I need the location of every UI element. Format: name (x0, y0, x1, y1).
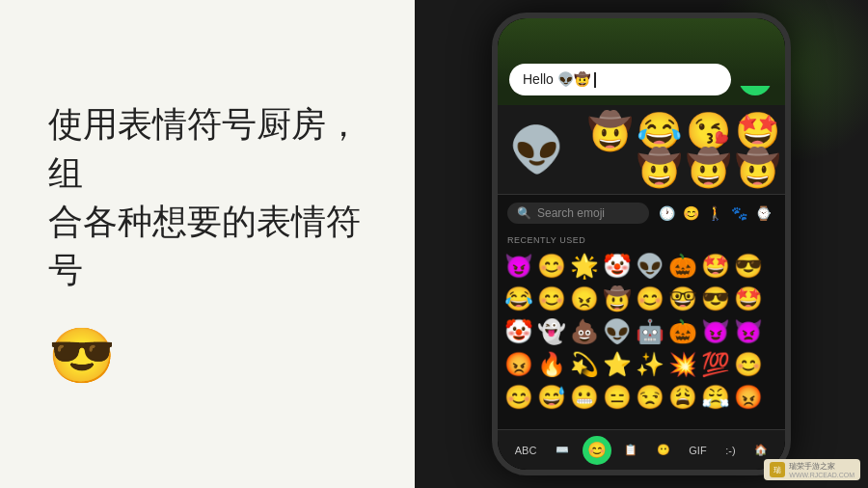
emoji-cell[interactable]: ✨ (635, 349, 665, 380)
emoji-cell[interactable]: 🤡 (602, 251, 633, 282)
send-button[interactable]: ▶ (739, 63, 772, 95)
watermark-brand: 瑞荣手游之家 (789, 461, 854, 472)
kitchen-result-3[interactable]: 😘🤠 (686, 113, 731, 186)
emoji-cell[interactable]: 😊 (503, 382, 534, 413)
search-input-area[interactable]: 🔍 Search emoji (507, 203, 649, 224)
kitchen-result-1[interactable]: 🤠 (587, 113, 633, 186)
emoji-kitchen-panel: 👽 🤠 😂🤠 😘🤠 🤩🤠 (498, 105, 785, 195)
emoji-cell[interactable]: 🌟 (569, 251, 600, 282)
face-tab[interactable]: 😊 (683, 205, 699, 221)
emoji-row-5: 😊 😅 😬 😑 😒 😩 😤 😡 (503, 382, 779, 413)
more-tab[interactable]: ⌚ (755, 205, 772, 221)
message-text: Hello 👽🤠 (523, 71, 718, 88)
emoji-tab-bar: 🕐 😊 🚶 🐾 ⌚ (655, 205, 775, 221)
emoji-cell[interactable]: 😊 (536, 251, 567, 282)
emoji-cell[interactable]: 😩 (667, 382, 698, 413)
right-panel: Hello 👽🤠 ▶ 👽 🤠 😂🤠 😘🤠 🤩🤠 (415, 0, 868, 488)
emoji-cell[interactable]: 😅 (536, 382, 567, 413)
keyboard-switch-button[interactable]: ⌨️ (550, 440, 575, 460)
emoji-cell[interactable]: 😡 (733, 382, 764, 413)
recent-tab[interactable]: 🕐 (659, 205, 675, 221)
emoji-cell[interactable]: 😡 (503, 349, 534, 380)
emoji-cell[interactable]: 😎 (733, 251, 764, 282)
emoji-cell[interactable]: 😒 (635, 382, 665, 413)
emoji-row-2: 😂 😊 😠 🤠 😊 🤓 😎 🤩 (503, 284, 779, 314)
emoji-cell[interactable]: 😊 (733, 349, 764, 380)
emoji-cell[interactable]: 😤 (700, 382, 731, 413)
emoji-cell[interactable]: 🎃 (667, 316, 698, 347)
emoji-cell[interactable]: 🤡 (503, 316, 534, 347)
search-icon: 🔍 (517, 206, 531, 220)
abc-button[interactable]: ABC (509, 441, 543, 460)
emoticon-button[interactable]: :-) (719, 441, 741, 460)
emoji-cell[interactable]: 🤠 (602, 284, 633, 314)
clipboard-button[interactable]: 📋 (618, 440, 643, 460)
emoji-cell[interactable]: 💩 (569, 316, 600, 347)
emoji-cell[interactable]: 💯 (700, 349, 731, 380)
emoji-cell[interactable]: 😈 (700, 316, 731, 347)
emoji-cell[interactable]: 😊 (536, 284, 567, 314)
decorative-emoji: 😎 (48, 324, 366, 388)
emoji-button[interactable]: 😊 (583, 436, 611, 465)
emoji-cell[interactable]: 😬 (569, 382, 600, 413)
watermark-text: 瑞荣手游之家 WWW.RJCEAD.COM (789, 461, 854, 478)
watermark-site: WWW.RJCEAD.COM (789, 472, 854, 478)
phone-screen: Hello 👽🤠 ▶ 👽 🤠 😂🤠 😘🤠 🤩🤠 (498, 18, 785, 470)
emoji-cell[interactable]: ⭐ (602, 349, 633, 380)
kitchen-result-4[interactable]: 🤩🤠 (735, 113, 780, 186)
home-button[interactable]: 🏠 (748, 440, 773, 460)
emoji-cell[interactable]: 🎃 (667, 251, 698, 282)
emoji-cell[interactable]: 💥 (667, 349, 698, 380)
emoji-cell[interactable]: 😑 (602, 382, 633, 413)
keyboard-toolbar: ABC ⌨️ 😊 📋 😶 GIF :-) 🏠 (498, 429, 785, 470)
emoji-cell[interactable]: 😈 (503, 251, 534, 282)
watermark: 瑞 瑞荣手游之家 WWW.RJCEAD.COM (764, 459, 860, 480)
sticker-button[interactable]: 😶 (651, 440, 676, 460)
emoji-cell[interactable]: 😎 (700, 284, 731, 314)
phone-frame: Hello 👽🤠 ▶ 👽 🤠 😂🤠 😘🤠 🤩🤠 (492, 13, 791, 475)
emoji-cell[interactable]: 🤩 (700, 251, 731, 282)
emoji-cell[interactable]: 🤩 (733, 284, 764, 314)
people-tab[interactable]: 🚶 (707, 205, 723, 221)
emoji-cell[interactable]: 👿 (733, 316, 764, 347)
emoji-cell[interactable]: 👻 (536, 316, 567, 347)
main-heading: 使用表情符号厨房，组 合各种想要的表情符号 (48, 100, 366, 295)
emoji-cell[interactable]: 😠 (569, 284, 600, 314)
message-input-bar[interactable]: Hello 👽🤠 (509, 64, 731, 95)
emoji-cell[interactable]: 🤓 (667, 284, 698, 314)
emoji-cell[interactable]: 😂 (503, 284, 534, 314)
left-panel: 使用表情符号厨房，组 合各种想要的表情符号 😎 (0, 0, 415, 488)
emoji-cell[interactable]: 👽 (635, 251, 665, 282)
recently-used-label: RECENTLY USED (498, 231, 785, 247)
search-placeholder-text: Search emoji (537, 206, 605, 220)
emoji-cell[interactable]: 🤖 (635, 316, 665, 347)
food-tab[interactable]: 🐾 (731, 205, 747, 221)
emoji-cell[interactable]: 💫 (569, 349, 600, 380)
emoji-row-1: 😈 😊 🌟 🤡 👽 🎃 🤩 😎 (503, 251, 779, 282)
kitchen-base-emoji[interactable]: 👽 (509, 127, 564, 172)
emoji-grid: 😈 😊 🌟 🤡 👽 🎃 🤩 😎 😂 😊 😠 🤠 😊 🤓 (498, 247, 785, 429)
emoji-search-bar: 🔍 Search emoji 🕐 😊 🚶 🐾 ⌚ (498, 195, 785, 231)
emoji-row-3: 🤡 👻 💩 👽 🤖 🎃 😈 👿 (503, 316, 779, 347)
kitchen-results: 🤠 😂🤠 😘🤠 🤩🤠 (587, 113, 780, 186)
chat-area: Hello 👽🤠 ▶ (498, 18, 785, 105)
emoji-cell[interactable]: 👽 (602, 316, 633, 347)
watermark-icon: 瑞 (770, 462, 785, 477)
emoji-cell[interactable]: 🔥 (536, 349, 567, 380)
kitchen-result-2[interactable]: 😂🤠 (637, 113, 682, 186)
emoji-row-4: 😡 🔥 💫 ⭐ ✨ 💥 💯 😊 (503, 349, 779, 380)
gif-button[interactable]: GIF (683, 441, 712, 460)
emoji-cell[interactable]: 😊 (635, 284, 665, 314)
send-icon: ▶ (751, 71, 762, 87)
